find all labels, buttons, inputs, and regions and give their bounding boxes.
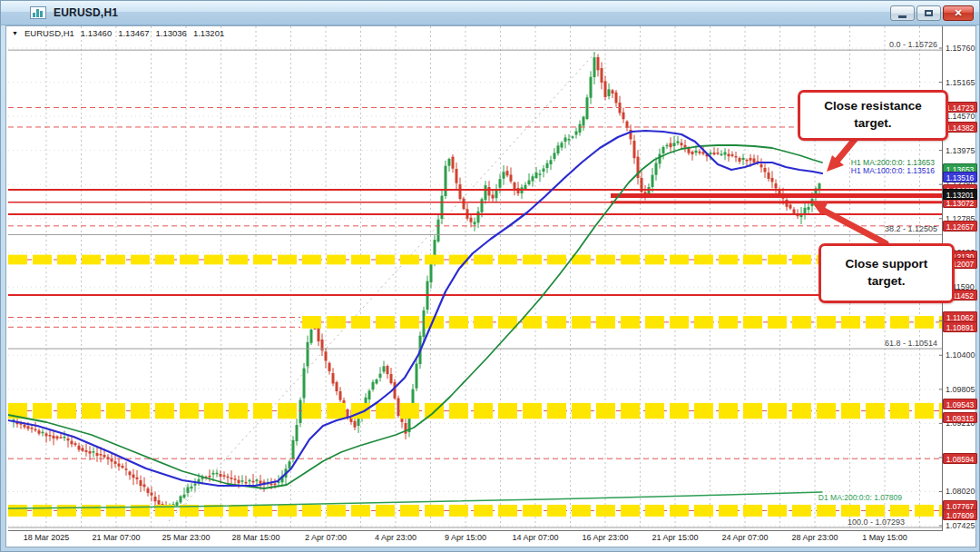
price-tick-label: 1.07425 <box>946 521 975 530</box>
time-tick-label: 18 Mar 2025 <box>24 533 70 542</box>
close-button[interactable]: ✕ <box>943 5 974 21</box>
resistance-callout-text: Close resistance target. <box>808 98 938 133</box>
time-tick-label: 28 Apr 23:00 <box>791 533 838 542</box>
price-tick-label: 1.09805 <box>946 385 975 394</box>
svg-text:38.2 - 1.12505: 38.2 - 1.12505 <box>885 224 937 233</box>
application-window: EURUSD,H1 ✕ 0.0 - 1.1572638.2 - 1.125056… <box>0 0 980 552</box>
price-badge-current: 1.13201 <box>943 189 977 200</box>
time-tick-label: 24 Apr 07:00 <box>721 533 768 542</box>
window-controls: ✕ <box>890 5 974 21</box>
price-tick-label: 1.15760 <box>946 44 975 53</box>
window-titlebar[interactable]: EURUSD,H1 ✕ <box>1 1 980 25</box>
svg-text:100.0 - 1.07293: 100.0 - 1.07293 <box>848 518 905 527</box>
svg-text:0.0 - 1.15726: 0.0 - 1.15726 <box>889 40 937 49</box>
close-icon: ✕ <box>954 8 962 18</box>
svg-text:61.8 - 1.10514: 61.8 - 1.10514 <box>885 339 937 348</box>
header-close: 1.13201 <box>193 28 224 38</box>
time-axis[interactable]: 18 Mar 202521 Mar 07:0025 Mar 23:0028 Ma… <box>1 533 977 546</box>
price-tick-label: 1.13975 <box>946 146 975 155</box>
chart-ohlc-header: ▼ EURUSD,H1 1.13460 1.13467 1.13036 1.13… <box>12 28 224 38</box>
price-tick-label: 1.15165 <box>946 78 975 87</box>
price-badge-red: 1.09315 <box>943 412 977 423</box>
support-callout-box[interactable]: Close support target. <box>818 243 955 303</box>
time-tick-label: 14 Apr 07:00 <box>512 533 558 542</box>
price-badge-red: 1.08594 <box>943 453 977 464</box>
minimize-button[interactable] <box>890 5 915 21</box>
time-tick-label: 16 Apr 23:00 <box>582 533 628 542</box>
time-tick-label: 2 Apr 07:00 <box>305 533 347 542</box>
header-open: 1.13460 <box>81 28 112 38</box>
time-tick-label: 1 May 15:00 <box>862 533 907 542</box>
header-symbol: EURUSD,H1 <box>24 28 74 38</box>
chart-icon <box>30 6 46 19</box>
time-tick-label: 28 Mar 15:00 <box>231 533 279 542</box>
minimize-icon <box>898 15 906 18</box>
support-callout-text: Close support target. <box>828 256 945 291</box>
price-badge-ma-blue: 1.13516 <box>943 172 977 182</box>
svg-text:H1 MA:100:0:0: 1.13516: H1 MA:100:0:0: 1.13516 <box>851 166 935 175</box>
chevron-down-icon[interactable]: ▼ <box>12 30 18 36</box>
maximize-icon <box>925 10 933 16</box>
time-tick-label: 21 Apr 15:00 <box>652 533 698 542</box>
price-badge-red: 1.09543 <box>943 399 977 409</box>
price-badge-red: 1.07609 <box>943 509 977 520</box>
price-badge-red: 1.10891 <box>943 321 977 332</box>
window-title: EURUSD,H1 <box>54 6 118 19</box>
time-tick-label: 25 Mar 23:00 <box>162 533 210 542</box>
header-low: 1.13036 <box>156 28 187 38</box>
time-tick-label: 21 Mar 07:00 <box>92 533 140 542</box>
time-tick-label: 4 Apr 23:00 <box>375 533 416 542</box>
price-tick-label: 1.10400 <box>946 350 975 360</box>
svg-text:D1 MA:200:0:0: 1.07809: D1 MA:200:0:0: 1.07809 <box>818 493 902 502</box>
header-high: 1.13467 <box>118 28 149 38</box>
price-tick-label: 1.08020 <box>946 487 975 496</box>
maximize-button[interactable] <box>916 5 941 21</box>
resistance-callout-box[interactable]: Close resistance target. <box>798 90 948 141</box>
price-badge-red: 1.12657 <box>943 221 977 232</box>
time-tick-label: 9 Apr 15:00 <box>445 533 486 542</box>
